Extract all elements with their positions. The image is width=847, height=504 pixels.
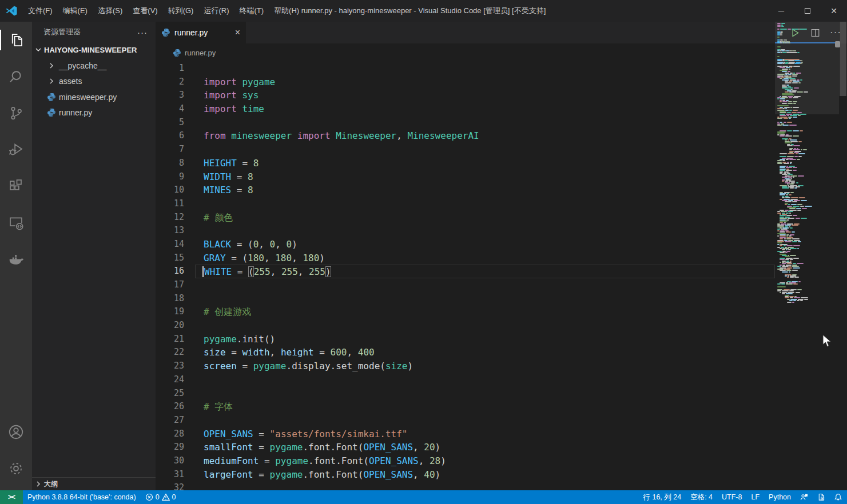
line-number[interactable]: 32 <box>156 481 184 490</box>
line-number[interactable]: 13 <box>156 224 184 238</box>
breadcrumb[interactable]: runner.py <box>156 43 847 62</box>
line-number[interactable]: 1 <box>156 62 184 75</box>
minimize-button[interactable]: ─ <box>768 0 794 22</box>
code-line-26[interactable]: 26# 字体 <box>156 400 847 414</box>
close-button[interactable]: ✕ <box>821 0 847 22</box>
code-line-16[interactable]: 16WHITE = (255, 255, 255) <box>156 265 847 278</box>
menu-item[interactable]: 转到(G) <box>163 0 199 22</box>
tree-item-runner-py[interactable]: runner.py <box>32 105 156 121</box>
line-number[interactable]: 25 <box>156 387 184 401</box>
menu-item[interactable]: 运行(R) <box>198 0 234 22</box>
line-number[interactable]: 5 <box>156 116 184 130</box>
minimap[interactable] <box>775 22 839 490</box>
code-line-4[interactable]: 4import time <box>156 102 847 116</box>
menu-item[interactable]: 编辑(E) <box>58 0 93 22</box>
explorer-more-actions-icon[interactable]: ··· <box>137 27 148 37</box>
code-line-8[interactable]: 8HEIGHT = 8 <box>156 157 847 170</box>
tree-item-assets[interactable]: assets <box>32 74 156 90</box>
line-number[interactable]: 4 <box>156 102 184 116</box>
code-line-11[interactable]: 11 <box>156 197 847 211</box>
line-number[interactable]: 7 <box>156 143 184 157</box>
account-icon[interactable] <box>0 414 32 450</box>
code-line-24[interactable]: 24 <box>156 373 847 387</box>
editor-scrollbar[interactable] <box>839 22 847 490</box>
code-line-28[interactable]: 28OPEN_SANS = "assets/fonts/simkai.ttf" <box>156 427 847 441</box>
line-number[interactable]: 14 <box>156 238 184 251</box>
code-line-30[interactable]: 30mediumFont = pygame.font.Font(OPEN_SAN… <box>156 454 847 468</box>
source-control-icon[interactable] <box>0 95 32 131</box>
status-encoding[interactable]: UTF-8 <box>717 490 746 504</box>
code-line-10[interactable]: 10MINES = 8 <box>156 183 847 197</box>
code-line-23[interactable]: 23screen = pygame.display.set_mode(size) <box>156 359 847 373</box>
menu-item[interactable]: 查看(V) <box>128 0 162 22</box>
line-number[interactable]: 8 <box>156 157 184 170</box>
outline-section-header[interactable]: 大纲 <box>32 477 156 490</box>
maximize-button[interactable] <box>794 0 821 22</box>
scrollbar-handle[interactable] <box>835 41 840 47</box>
line-number[interactable]: 30 <box>156 454 184 468</box>
extensions-icon[interactable] <box>0 168 32 205</box>
code-line-3[interactable]: 3import sys <box>156 89 847 102</box>
menu-item[interactable]: 终端(T) <box>234 0 269 22</box>
file-status-icon[interactable] <box>813 490 830 504</box>
code-line-5[interactable]: 5 <box>156 116 847 130</box>
line-number[interactable]: 16 <box>156 265 184 278</box>
tree-item-minesweeper-py[interactable]: minesweeper.py <box>32 89 156 105</box>
line-number[interactable]: 24 <box>156 373 184 387</box>
code-line-13[interactable]: 13 <box>156 224 847 238</box>
code-line-19[interactable]: 19# 创建游戏 <box>156 305 847 319</box>
status-python-interpreter[interactable]: Python 3.8.8 64-bit ('base': conda) <box>23 490 141 504</box>
line-number[interactable]: 20 <box>156 319 184 333</box>
explorer-icon[interactable] <box>0 22 32 58</box>
line-number[interactable]: 18 <box>156 292 184 306</box>
line-number[interactable]: 2 <box>156 75 184 89</box>
line-number[interactable]: 15 <box>156 251 184 265</box>
code-line-27[interactable]: 27 <box>156 414 847 427</box>
status-indentation[interactable]: 空格: 4 <box>686 490 717 504</box>
line-number[interactable]: 9 <box>156 170 184 184</box>
status-cursor-position[interactable]: 行 16, 列 24 <box>638 490 686 504</box>
code-line-17[interactable]: 17 <box>156 278 847 292</box>
code-line-18[interactable]: 18 <box>156 292 847 306</box>
line-number[interactable]: 17 <box>156 278 184 292</box>
code-line-12[interactable]: 12# 颜色 <box>156 211 847 225</box>
line-number[interactable]: 21 <box>156 333 184 346</box>
line-number[interactable]: 10 <box>156 183 184 197</box>
status-eol[interactable]: LF <box>746 490 764 504</box>
code-line-25[interactable]: 25 <box>156 387 847 401</box>
code-line-20[interactable]: 20 <box>156 319 847 333</box>
line-number[interactable]: 31 <box>156 468 184 482</box>
line-number[interactable]: 19 <box>156 305 184 319</box>
status-problems[interactable]: 00 <box>141 490 181 504</box>
line-number[interactable]: 6 <box>156 129 184 143</box>
feedback-icon[interactable] <box>796 490 813 504</box>
code-line-21[interactable]: 21pygame.init() <box>156 333 847 346</box>
code-line-22[interactable]: 22size = width, height = 600, 400 <box>156 346 847 359</box>
line-number[interactable]: 26 <box>156 400 184 414</box>
docker-icon[interactable] <box>0 241 32 278</box>
settings-gear-icon[interactable] <box>0 450 32 487</box>
tree-item--pycache-[interactable]: __pycache__ <box>32 58 156 74</box>
workspace-section-header[interactable]: HAIYONG-MINESWEEPER <box>32 42 156 57</box>
line-number[interactable]: 3 <box>156 89 184 102</box>
line-number[interactable]: 12 <box>156 211 184 225</box>
menu-item[interactable]: 帮助(H) <box>269 0 304 22</box>
code-line-31[interactable]: 31largeFont = pygame.font.Font(OPEN_SANS… <box>156 468 847 482</box>
status-language[interactable]: Python <box>764 490 796 504</box>
line-number[interactable]: 11 <box>156 197 184 211</box>
line-number[interactable]: 28 <box>156 427 184 441</box>
bell-icon[interactable] <box>830 490 847 504</box>
tab-close-icon[interactable]: × <box>235 28 240 37</box>
search-icon[interactable] <box>0 58 32 95</box>
line-number[interactable]: 29 <box>156 441 184 454</box>
menu-item[interactable]: 选择(S) <box>93 0 128 22</box>
code-line-9[interactable]: 9WIDTH = 8 <box>156 170 847 184</box>
code-line-7[interactable]: 7 <box>156 143 847 157</box>
menu-item[interactable]: 文件(F) <box>23 0 58 22</box>
remote-explorer-icon[interactable] <box>0 205 32 241</box>
code-line-6[interactable]: 6from minesweeper import Minesweeper, Mi… <box>156 129 847 143</box>
code-line-29[interactable]: 29smallFont = pygame.font.Font(OPEN_SANS… <box>156 441 847 454</box>
code-line-14[interactable]: 14BLACK = (0, 0, 0) <box>156 238 847 251</box>
code-line-1[interactable]: 1 <box>156 62 847 75</box>
code-line-32[interactable]: 32 <box>156 481 847 490</box>
